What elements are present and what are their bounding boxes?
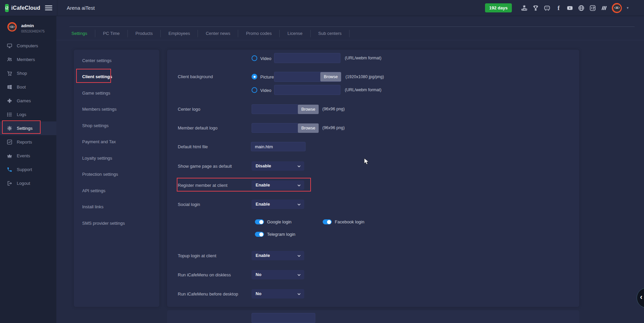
client-background-video-input[interactable] xyxy=(274,85,340,95)
topup-login-label: Topup login at client xyxy=(178,253,216,258)
user-avatar[interactable] xyxy=(612,3,622,13)
client-background-browse-button[interactable]: Browse xyxy=(320,72,341,82)
google-login-toggle[interactable] xyxy=(255,219,264,224)
layers-icon[interactable] xyxy=(600,4,608,12)
social-login-select[interactable]: Enable xyxy=(252,200,304,209)
client-background-video-radio-label: Video xyxy=(260,88,271,93)
globe-icon[interactable] xyxy=(578,4,585,12)
sidebar-item-shop[interactable]: Shop xyxy=(0,66,56,80)
client-background-picture-note: (1920x1080 jpg/png) xyxy=(345,74,384,79)
phone-icon xyxy=(7,167,12,172)
chevron-down-icon xyxy=(297,292,301,296)
register-member-select[interactable]: Enable xyxy=(252,180,304,190)
tab-pc-time[interactable]: PC Time xyxy=(95,31,127,36)
nav-shop-settings[interactable]: Shop settings xyxy=(74,117,159,134)
chevron-down-icon xyxy=(297,254,301,258)
run-icafemenu-before-desktop-label: Run iCafeMenu before desktop xyxy=(178,291,238,297)
icafe-mark-icon[interactable] xyxy=(589,4,596,12)
picture-radio[interactable] xyxy=(252,74,257,79)
sidebar-item-boot[interactable]: Boot xyxy=(0,80,56,94)
member-default-logo-browse-button[interactable]: Browse xyxy=(298,123,319,133)
logout-icon xyxy=(7,180,12,186)
discord-icon[interactable] xyxy=(543,4,551,12)
sidebar-item-settings[interactable]: Settings xyxy=(0,121,56,135)
sidebar-avatar xyxy=(7,22,17,32)
cart-icon xyxy=(7,70,12,76)
center-logo-browse-button[interactable]: Browse xyxy=(298,105,319,114)
nav-protection-settings[interactable]: Protection settings xyxy=(74,166,159,183)
tab-employees[interactable]: Employees xyxy=(161,31,198,36)
center-name: Arena aiTest xyxy=(67,5,95,11)
sidebar-item-games[interactable]: Games xyxy=(0,94,56,108)
nav-center-settings[interactable]: Center settings xyxy=(74,52,159,69)
topup-login-select[interactable]: Enable xyxy=(252,251,304,260)
sidebar-user[interactable]: admin 005193482475 xyxy=(0,16,56,39)
tab-promo-codes[interactable]: Promo codes xyxy=(238,31,279,36)
video-top-input[interactable] xyxy=(274,53,340,63)
tab-products[interactable]: Products xyxy=(128,31,160,36)
user-name: admin xyxy=(21,22,45,28)
gear-icon xyxy=(7,125,12,131)
avatar-chevron-down-icon[interactable]: ▾ xyxy=(627,6,629,10)
tab-center-news[interactable]: Center news xyxy=(198,31,238,36)
nav-members-settings[interactable]: Members settings xyxy=(74,101,159,118)
show-game-page-select[interactable]: Disable xyxy=(252,161,304,171)
center-logo-note: (96x96 png) xyxy=(322,107,345,111)
facebook-login-toggle[interactable] xyxy=(323,219,332,224)
run-icafemenu-diskless-label: Run iCafeMenu on diskless xyxy=(178,272,231,277)
sidebar-item-reports[interactable]: Reports xyxy=(0,135,56,149)
settings-nav-panel: Center settings Client settings Game set… xyxy=(74,50,159,307)
default-html-file-input[interactable] xyxy=(251,142,306,151)
default-html-file-label: Default html file xyxy=(178,144,208,149)
brand-logo-icon: i2 xyxy=(5,4,9,12)
trophy-icon[interactable] xyxy=(532,4,539,12)
youtube-icon[interactable] xyxy=(566,4,574,12)
sidebar-item-logs[interactable]: Logs xyxy=(0,108,56,121)
chevron-down-icon xyxy=(297,183,301,187)
video-top-note: (URL/webm format) xyxy=(345,56,381,60)
telegram-login-toggle[interactable] xyxy=(255,232,264,237)
center-logo-label: Center logo xyxy=(178,107,200,112)
facebook-icon[interactable]: f xyxy=(555,4,562,12)
collapse-panel-button[interactable]: ‹ xyxy=(637,288,644,308)
member-default-logo-label: Member default logo xyxy=(178,125,218,130)
hamburger-menu-icon[interactable] xyxy=(45,4,52,12)
sidebar-item-computers[interactable]: Computers xyxy=(0,39,56,53)
tab-sub-centers[interactable]: Sub centers xyxy=(311,31,349,36)
chart-icon xyxy=(7,139,12,145)
tabbar-bottom-line xyxy=(56,40,644,40)
sidebar-item-members[interactable]: Members xyxy=(0,53,56,66)
run-icafemenu-diskless-select[interactable]: No xyxy=(252,270,304,279)
nav-install-links[interactable]: Install links xyxy=(74,199,159,215)
tab-license[interactable]: License xyxy=(280,31,310,36)
members-icon xyxy=(7,57,12,62)
podium-icon[interactable] xyxy=(521,4,528,12)
icafecloud-app: i2 iCafeCloud Arena aiTest 192 days f xyxy=(0,0,644,323)
google-login-label: Google login xyxy=(267,219,291,224)
telegram-login-label: Telegram login xyxy=(267,232,296,237)
tab-bar: Settings PC Time Products Employees Cent… xyxy=(64,27,350,40)
run-icafemenu-before-desktop-select[interactable]: No xyxy=(252,289,304,299)
brand-name: iCafeCloud xyxy=(11,5,40,11)
client-background-label: Client background xyxy=(178,74,213,79)
topbar-divider xyxy=(57,0,57,16)
sidebar-item-support[interactable]: Support xyxy=(0,163,56,176)
tab-settings[interactable]: Settings xyxy=(64,31,95,36)
nav-game-settings[interactable]: Game settings xyxy=(74,85,159,101)
nav-client-settings[interactable]: Client settings xyxy=(74,69,159,85)
nav-loyalty-settings[interactable]: Loyalty settings xyxy=(74,150,159,166)
sidebar-item-events[interactable]: Events xyxy=(0,149,56,163)
clipped-bottom-input[interactable] xyxy=(252,313,315,323)
nav-api-settings[interactable]: API settings xyxy=(74,182,159,199)
member-default-logo-input[interactable] xyxy=(252,123,299,133)
nav-payment-and-tax[interactable]: Payment and Tax xyxy=(74,134,159,150)
brand[interactable]: i2 iCafeCloud xyxy=(0,4,40,12)
member-default-logo-note: (96x96 png) xyxy=(322,125,345,130)
client-background-video-radio[interactable] xyxy=(252,87,257,93)
video-top-radio[interactable] xyxy=(252,55,257,61)
center-logo-input[interactable] xyxy=(252,104,299,114)
nav-sms-provider-settings[interactable]: SMS provider settings xyxy=(74,215,159,231)
sidebar-item-logout[interactable]: Logout xyxy=(0,176,56,190)
license-days-badge[interactable]: 192 days xyxy=(485,3,512,12)
crown-icon xyxy=(7,153,12,159)
